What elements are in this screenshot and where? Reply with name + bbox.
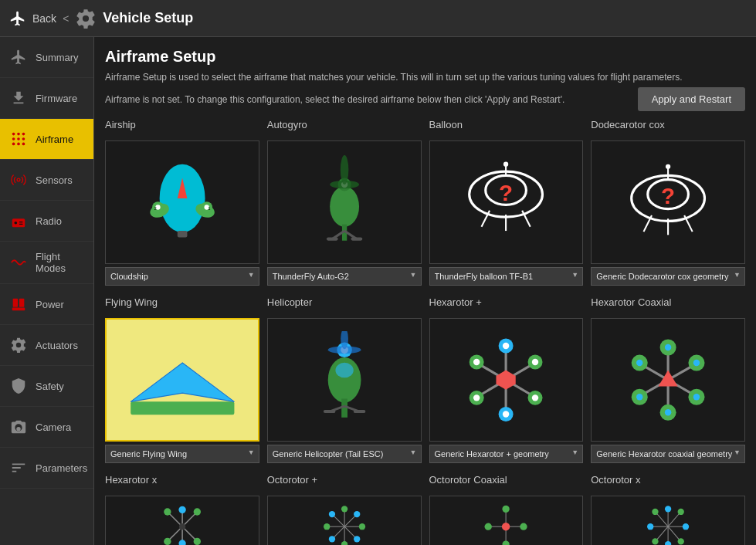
svg-rect-11 xyxy=(19,222,23,222)
svg-point-140 xyxy=(503,540,510,545)
cat-label-dodeca: Dodecarotor cox xyxy=(591,119,745,130)
airframe-card-airship[interactable]: 2 1 xyxy=(105,140,259,264)
page-desc2-row: Airframe is not set. To change this conf… xyxy=(105,87,745,111)
helicopter-dropdown[interactable]: Generic Helicopter (Tail ESC) xyxy=(267,445,422,463)
svg-point-4 xyxy=(17,137,20,140)
sidebar-item-airframe[interactable]: Airframe xyxy=(0,119,93,160)
camera-label: Camera xyxy=(36,421,71,433)
sidebar-item-sensors[interactable]: Sensors xyxy=(0,160,93,201)
svg-point-5 xyxy=(22,137,25,140)
airframe-card-hexarotorcoaxial[interactable] xyxy=(591,318,745,442)
parameters-icon xyxy=(8,457,29,479)
balloon-dropdown[interactable]: ThunderFly balloon TF-B1 xyxy=(429,267,584,286)
back-button[interactable]: Back xyxy=(32,12,56,25)
sidebar-item-camera[interactable]: Camera xyxy=(0,407,93,448)
airframe-group-balloon: ? ThunderFly balloon TF-B1 xyxy=(429,140,584,286)
svg-point-143 xyxy=(502,523,510,530)
svg-line-124 xyxy=(344,526,356,538)
svg-line-144 xyxy=(656,513,669,526)
svg-rect-37 xyxy=(351,237,362,240)
airship-svg: 2 1 xyxy=(121,154,243,251)
sidebar-item-summary[interactable]: Summary xyxy=(0,37,93,78)
sidebar-item-firmware[interactable]: Firmware xyxy=(0,78,93,119)
svg-text:?: ? xyxy=(661,183,675,208)
hexarotorplus-dropdown[interactable]: Generic Hexarotor + geometry xyxy=(429,445,584,463)
airframe-card-hexarotorx[interactable] xyxy=(105,496,259,545)
flyingwing-dropdown-wrapper: Generic Flying Wing xyxy=(105,442,259,463)
airframe-group-octorotorx xyxy=(591,496,745,545)
cat-label-helicopter: Helicopter xyxy=(267,296,422,308)
hexarotorcoaxial-dropdown[interactable]: Generic Hexarotor coaxial geometry xyxy=(591,445,745,463)
airframe-card-octorotorx[interactable] xyxy=(591,496,745,545)
plane-icon xyxy=(9,10,26,27)
airframe-card-octorotorplus[interactable] xyxy=(267,496,422,545)
airframe-card-octorotorcoaxial[interactable] xyxy=(429,496,584,545)
svg-rect-14 xyxy=(19,299,24,307)
svg-marker-74 xyxy=(497,370,516,389)
svg-rect-15 xyxy=(12,308,25,311)
airframe-card-helicopter[interactable] xyxy=(267,318,422,442)
sidebar-item-safety[interactable]: Safety xyxy=(0,366,93,407)
category-labels-row1: Airship Autogyro Balloon Dodecarotor cox xyxy=(105,119,745,134)
sidebar-item-radio[interactable]: Radio xyxy=(0,201,93,242)
camera-icon xyxy=(8,416,29,438)
apply-restart-button[interactable]: Apply and Restart xyxy=(638,87,745,111)
dodeca-svg: ? xyxy=(607,154,729,251)
page-desc2-text: Airframe is not set. To change this conf… xyxy=(105,93,564,107)
safety-icon xyxy=(8,375,29,397)
cards-row3 xyxy=(105,496,745,545)
parameters-label: Parameters xyxy=(36,462,87,474)
svg-point-60 xyxy=(327,346,361,354)
autogyro-dropdown-wrapper: ThunderFly Auto-G2 xyxy=(267,264,422,286)
svg-point-0 xyxy=(12,133,15,136)
firmware-label: Firmware xyxy=(36,93,77,104)
page-desc1: Airframe Setup is used to select the air… xyxy=(105,70,745,84)
svg-text:1: 1 xyxy=(208,205,210,210)
airframe-card-hexarotorplus[interactable] xyxy=(429,318,584,442)
svg-point-155 xyxy=(652,538,658,544)
airframe-group-hexarotorcoaxial: Generic Hexarotor coaxial geometry xyxy=(591,318,745,463)
flightmodes-icon xyxy=(8,252,29,273)
svg-line-125 xyxy=(344,515,356,526)
sidebar-item-parameters[interactable]: Parameters xyxy=(0,448,93,489)
cat-label-hexarotorx: Hexarotor x xyxy=(105,474,259,486)
svg-point-114 xyxy=(193,508,200,515)
svg-point-3 xyxy=(12,137,15,140)
svg-point-32 xyxy=(330,181,359,189)
svg-point-157 xyxy=(665,541,671,545)
svg-point-128 xyxy=(341,541,347,545)
svg-line-123 xyxy=(333,515,344,526)
svg-point-97 xyxy=(665,409,671,415)
sidebar-item-flightmodes[interactable]: Flight Modes xyxy=(0,242,93,284)
airship-dropdown-wrapper: Cloudship xyxy=(105,264,259,286)
svg-point-31 xyxy=(340,155,348,184)
svg-point-141 xyxy=(485,523,492,530)
dodeca-dropdown-wrapper: Generic Dodecarotor cox geometry xyxy=(591,264,745,286)
dodeca-dropdown[interactable]: Generic Dodecarotor cox geometry xyxy=(591,267,745,286)
page-header-title: Vehicle Setup xyxy=(103,10,193,26)
sidebar-item-actuators[interactable]: Actuators xyxy=(0,325,93,366)
flyingwing-dropdown[interactable]: Generic Flying Wing xyxy=(105,445,259,463)
svg-point-82 xyxy=(532,359,538,365)
autogyro-svg xyxy=(283,154,405,251)
svg-point-84 xyxy=(473,394,480,401)
radio-label: Radio xyxy=(36,215,62,227)
svg-point-76 xyxy=(503,343,509,349)
svg-point-78 xyxy=(503,411,509,417)
airframe-card-autogyro[interactable] xyxy=(267,140,422,264)
svg-point-49 xyxy=(666,164,670,168)
svg-point-105 xyxy=(693,394,700,400)
cat-label-flyingwing: Flying Wing xyxy=(105,296,259,308)
airship-dropdown[interactable]: Cloudship xyxy=(105,267,259,286)
svg-rect-12 xyxy=(19,224,23,225)
autogyro-dropdown[interactable]: ThunderFly Auto-G2 xyxy=(267,267,422,286)
airframe-card-balloon[interactable]: ? xyxy=(429,140,584,264)
svg-text:2: 2 xyxy=(154,205,157,210)
airframe-card-flyingwing[interactable] xyxy=(105,318,259,442)
svg-marker-54 xyxy=(131,363,234,401)
cat-label-octorotorcoaxial: Octorotor Coaxial xyxy=(429,474,584,486)
svg-line-145 xyxy=(668,526,680,540)
airframe-card-dodeca[interactable]: ? xyxy=(591,140,745,264)
cat-label-hexarotorplus: Hexarotor + xyxy=(429,296,584,308)
sidebar-item-power[interactable]: Power xyxy=(0,284,93,325)
